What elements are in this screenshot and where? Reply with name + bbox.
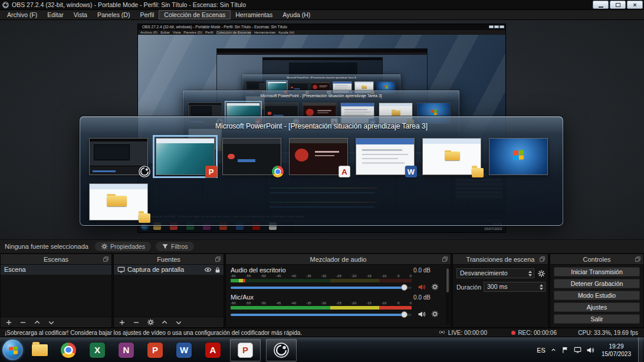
menu-editar[interactable]: Editar xyxy=(42,11,68,19)
volume-slider-handle[interactable] xyxy=(401,284,408,291)
source-move-up-button[interactable] xyxy=(159,318,170,327)
db-tick: -30 xyxy=(321,274,326,278)
windows-flag-icon xyxy=(9,346,18,354)
menu-ayuda-h[interactable]: Ayuda (H) xyxy=(278,11,315,19)
speaker-icon xyxy=(586,346,594,354)
obs-badge-icon xyxy=(139,166,150,177)
minimize-button[interactable] xyxy=(593,1,609,9)
start-button[interactable] xyxy=(2,340,23,360)
alt-tab-thumbnail-word[interactable]: W xyxy=(356,138,415,175)
filters-button[interactable]: Filtros xyxy=(155,241,195,252)
db-tick: -30 xyxy=(321,301,326,305)
mute-button[interactable] xyxy=(418,283,426,291)
preview-area[interactable]: OBS 27.2.4 (32-bit, windows) - Portable … xyxy=(0,20,644,239)
encoder-warning: ¡Sobrecarga al codificar! Considera baja… xyxy=(5,330,302,336)
ajustes-button[interactable]: Ajustes xyxy=(554,302,640,312)
tray-action-center-icon[interactable] xyxy=(561,346,569,354)
source-item-captura-de-pantalla[interactable]: Captura de pantalla xyxy=(114,265,224,275)
mixer-panel-header: Mezclador de audio xyxy=(226,254,451,265)
excel-icon: X xyxy=(90,343,105,358)
recording-dot-icon xyxy=(511,331,515,335)
volume-slider[interactable] xyxy=(231,314,412,316)
visibility-eye-icon[interactable] xyxy=(204,266,212,274)
alt-tab-row: PAW xyxy=(89,138,548,175)
tray-display-icon[interactable] xyxy=(574,346,581,354)
powerpoint-icon: P xyxy=(238,343,253,358)
alt-tab-thumbnail-chrome[interactable] xyxy=(222,138,281,175)
scene-item-escena[interactable]: Escena xyxy=(1,265,111,275)
taskbar-acrobat-icon[interactable]: A xyxy=(201,339,225,361)
alt-tab-thumbnail-pdf[interactable]: A xyxy=(289,138,348,175)
alt-tab-thumbnail-powerpoint[interactable]: P xyxy=(156,138,215,175)
scenes-panel-header: Escenas xyxy=(1,254,111,265)
channel-name: Mic/Aux xyxy=(231,294,254,301)
detener-grabacion-button[interactable]: Detener Grabación xyxy=(554,279,640,288)
channel-settings-button[interactable] xyxy=(431,310,439,318)
alt-tab-thumbnail-desktop[interactable] xyxy=(489,138,548,175)
duration-spinbox[interactable]: 300 ms xyxy=(484,282,546,292)
menu-paneles-d[interactable]: Paneles (D) xyxy=(93,11,134,19)
channel-settings-button[interactable] xyxy=(431,283,439,291)
alt-tab-thumbnail-folder[interactable] xyxy=(89,183,148,221)
alt-tab-thumbnail-explorer[interactable] xyxy=(422,138,481,175)
mute-button[interactable] xyxy=(418,310,426,318)
taskbar-powerpoint-icon[interactable]: P xyxy=(143,339,167,361)
taskbar-excel-icon[interactable]: X xyxy=(86,339,109,361)
plus-icon xyxy=(5,319,12,326)
scene-move-down-button[interactable] xyxy=(45,318,57,327)
taskbar-powerpoint-window-button[interactable]: P xyxy=(230,339,261,361)
plus-icon xyxy=(119,319,126,326)
chevron-down-icon xyxy=(175,319,182,326)
add-scene-button[interactable] xyxy=(3,318,15,327)
volume-slider[interactable] xyxy=(231,287,412,289)
dock-pin-icon xyxy=(442,256,448,262)
show-desktop-button[interactable] xyxy=(638,337,643,362)
db-scale: -60-55-50-45-40-35-30-25-20-15-10-50 xyxy=(231,274,412,278)
lock-icon[interactable] xyxy=(214,266,221,274)
menu-perfil[interactable]: Perfil xyxy=(135,11,159,19)
iniciar-transmision-button[interactable]: Iniciar Transmisión xyxy=(554,267,640,277)
explorer-badge-icon xyxy=(472,166,484,177)
speaker-icon xyxy=(418,283,426,291)
taskbar-clock[interactable]: 19:29 15/07/2023 xyxy=(599,343,633,358)
salir-button[interactable]: Salir xyxy=(554,314,640,324)
scene-move-up-button[interactable] xyxy=(31,318,43,327)
alt-tab-overlay: Microsoft PowerPoint - [Presentación sit… xyxy=(80,116,563,226)
remove-source-button[interactable] xyxy=(130,318,142,327)
captured-window-controls xyxy=(489,25,504,28)
source-properties-button[interactable] xyxy=(144,318,156,327)
gear-icon xyxy=(147,318,155,326)
close-button[interactable]: × xyxy=(627,1,643,9)
transitions-panel: Transiciones de escena Desvanecimiento D… xyxy=(452,254,548,328)
taskbar-word-icon[interactable]: W xyxy=(172,339,196,361)
captured-menu-bar: Archivo (F)EditarVistaPaneles (D)PerfilC… xyxy=(138,30,505,35)
filter-icon xyxy=(162,243,169,250)
rec-status: REC: 00:00:06 xyxy=(511,330,557,336)
dock-pin-icon xyxy=(539,256,546,262)
alt-tab-thumbnail-obs[interactable] xyxy=(89,138,148,175)
captured-menu-paneles-d: Paneles (D) xyxy=(183,30,202,35)
taskbar-explorer-icon[interactable] xyxy=(28,339,51,361)
volume-slider-handle[interactable] xyxy=(401,311,408,318)
tray-hidden-icons-icon[interactable] xyxy=(550,347,557,353)
db-tick: -10 xyxy=(382,274,387,278)
source-move-down-button[interactable] xyxy=(173,318,185,327)
taskbar-chrome-icon[interactable] xyxy=(57,339,80,361)
remove-scene-button[interactable] xyxy=(17,318,29,327)
maximize-button[interactable] xyxy=(610,1,626,9)
taskbar-obs-window-button[interactable] xyxy=(266,339,297,361)
tray-volume-icon[interactable] xyxy=(586,346,594,354)
action-center-flag-icon xyxy=(561,346,569,354)
transition-settings-button[interactable] xyxy=(537,269,546,278)
taskbar-onenote-icon[interactable]: N xyxy=(114,339,138,361)
menu-archivo-f[interactable]: Archivo (F) xyxy=(2,11,42,19)
transition-select[interactable]: Desvanecimiento xyxy=(456,268,534,278)
menu-herramientas[interactable]: Herramientas xyxy=(231,11,277,19)
menu-vista[interactable]: Vista xyxy=(69,11,92,19)
word-icon: W xyxy=(405,166,417,177)
language-indicator[interactable]: ES xyxy=(537,347,546,354)
add-source-button[interactable] xyxy=(116,318,128,327)
properties-button[interactable]: Propiedades xyxy=(94,241,152,252)
modo-estudio-button[interactable]: Modo Estudio xyxy=(554,291,640,300)
menu-coleccion-de-escenas[interactable]: Colección de Escenas xyxy=(159,11,230,19)
